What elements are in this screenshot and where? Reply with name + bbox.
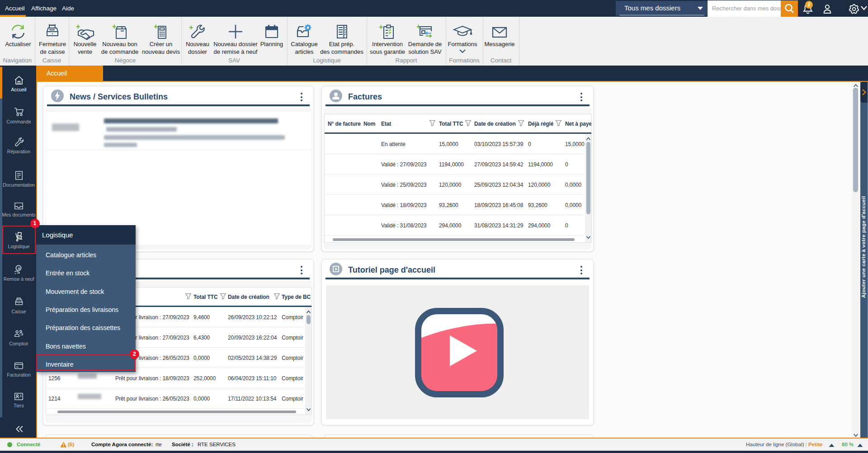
svg-text:+: + [379,24,383,31]
svg-text:+: + [112,24,116,30]
svg-text:+: + [76,24,80,30]
svg-text:+: + [154,24,158,30]
svg-text:+: + [189,24,193,31]
